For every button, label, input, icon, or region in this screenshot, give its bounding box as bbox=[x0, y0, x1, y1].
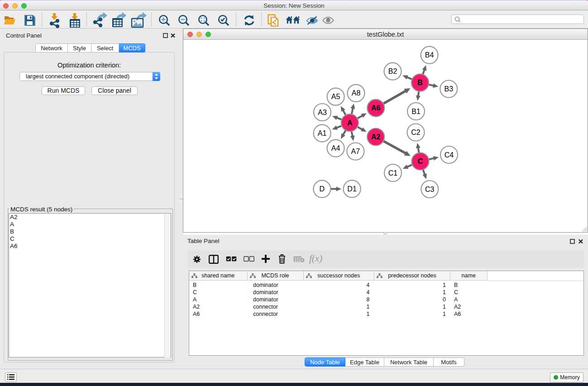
svg-text:A4: A4 bbox=[331, 144, 340, 152]
svg-text:A1: A1 bbox=[318, 129, 327, 137]
svg-text:A6: A6 bbox=[371, 104, 381, 112]
svg-text:C4: C4 bbox=[445, 151, 454, 159]
svg-text:A2: A2 bbox=[371, 133, 381, 141]
svg-text:A7: A7 bbox=[351, 148, 360, 155]
svg-text:D1: D1 bbox=[347, 185, 357, 193]
svg-text:B: B bbox=[417, 79, 423, 86]
svg-text:C3: C3 bbox=[425, 186, 435, 193]
svg-text:B2: B2 bbox=[388, 67, 397, 75]
svg-text:B3: B3 bbox=[445, 85, 454, 93]
svg-text:A8: A8 bbox=[352, 89, 361, 97]
svg-text:C1: C1 bbox=[388, 169, 398, 177]
svg-text:A3: A3 bbox=[318, 109, 327, 116]
svg-text:C: C bbox=[418, 157, 423, 165]
svg-text:B4: B4 bbox=[425, 51, 434, 59]
svg-text:D: D bbox=[320, 185, 325, 193]
svg-text:A5: A5 bbox=[331, 93, 340, 100]
svg-text:C2: C2 bbox=[411, 129, 421, 136]
svg-text:A: A bbox=[347, 119, 353, 127]
svg-text:B1: B1 bbox=[411, 108, 421, 115]
